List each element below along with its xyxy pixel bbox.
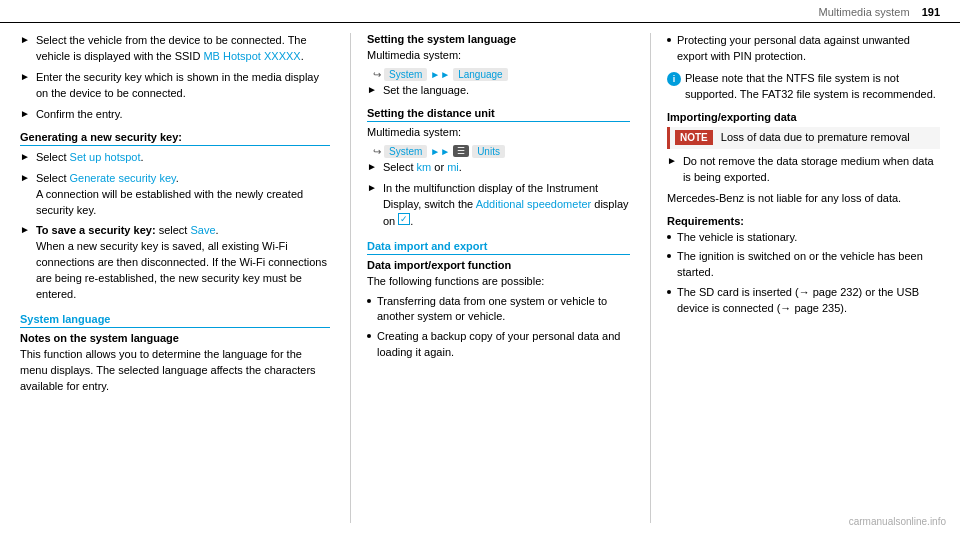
- arrow-icon-3: ►: [20, 108, 30, 119]
- data-import-intro: The following functions are possible:: [367, 274, 630, 290]
- watermark: carmanualsonline.info: [849, 516, 946, 527]
- units-menu-item: Units: [472, 145, 505, 158]
- bullet-text-1: Select the vehicle from the device to be…: [36, 33, 330, 65]
- language-menu-item: Language: [453, 68, 508, 81]
- dist-bullet-2: ► In the multifunction display of the In…: [367, 181, 630, 230]
- arrow-icon-2: ►: [20, 71, 30, 82]
- additional-speedometer-link: Additional speedometer: [476, 198, 592, 210]
- dot-icon-1: [367, 299, 371, 303]
- note-row: NOTE Loss of data due to premature remov…: [667, 127, 940, 149]
- note-label: NOTE: [675, 130, 713, 145]
- ssid-link: MB Hotspot XXXXX: [203, 50, 300, 62]
- mercedes-text: Mercedes-Benz is not liable for any loss…: [667, 191, 940, 207]
- setup-hotspot-link: Set up hotspot: [70, 151, 141, 163]
- setting-dist-heading: Setting the distance unit: [367, 107, 630, 122]
- set-lang-bullet: ► Set the language.: [367, 83, 630, 99]
- arrow-icon-5: ►: [20, 172, 30, 183]
- right-column: Protecting your personal data against un…: [650, 33, 940, 523]
- info-note-row: i Please note that the NTFS file system …: [667, 71, 940, 103]
- header-title: Multimedia system: [819, 6, 910, 18]
- path-arrow-1: ►►: [430, 69, 450, 80]
- gen-bullet-2: ► Select Generate security key. A connec…: [20, 171, 330, 219]
- data-dot-2: Creating a backup copy of your personal …: [367, 329, 630, 361]
- page-header: Multimedia system 191: [0, 0, 960, 23]
- units-icon: ☰: [453, 145, 469, 157]
- req-2: The ignition is switched on or the vehic…: [667, 249, 940, 281]
- path-start-icon-2: ↪: [373, 146, 381, 157]
- bullet-item-3: ► Confirm the entry.: [20, 107, 330, 123]
- system-dist-path: ↪ System ►► ☰ Units: [373, 145, 630, 158]
- system-menu-item: System: [384, 68, 427, 81]
- mid-column: Setting the system language Multimedia s…: [350, 33, 630, 523]
- arrow-icon-note: ►: [667, 155, 677, 166]
- req-1: The vehicle is stationary.: [667, 230, 940, 246]
- setting-lang-intro: Multimedia system:: [367, 48, 630, 64]
- dot-icon-2: [367, 334, 371, 338]
- bullet-item-2: ► Enter the security key which is shown …: [20, 70, 330, 102]
- info-circle-icon: i: [667, 72, 681, 86]
- arrow-icon-4: ►: [20, 151, 30, 162]
- content-area: ► Select the vehicle from the device to …: [0, 23, 960, 533]
- path-arrow-2: ►►: [430, 146, 450, 157]
- right-dot-1: Protecting your personal data against un…: [667, 33, 940, 65]
- arrow-icon-6: ►: [20, 224, 30, 235]
- system-lang-path: ↪ System ►► Language: [373, 68, 630, 81]
- setting-dist-intro: Multimedia system:: [367, 125, 630, 141]
- gen-bullet-1: ► Select Set up hotspot.: [20, 150, 330, 166]
- notes-on-system-lang-text: This function allows you to determine th…: [20, 347, 330, 395]
- arrow-icon-set-lang: ►: [367, 84, 377, 95]
- path-start-icon: ↪: [373, 69, 381, 80]
- dot-icon-3: [667, 38, 671, 42]
- dist-bullet-1: ► Select km or mi.: [367, 160, 630, 176]
- dot-icon-req-2: [667, 254, 671, 258]
- data-dot-1: Transferring data from one system or veh…: [367, 294, 630, 326]
- page: Multimedia system 191 ► Select the vehic…: [0, 0, 960, 533]
- setting-system-lang-heading: Setting the system language: [367, 33, 630, 45]
- generate-key-link: Generate security key: [70, 172, 176, 184]
- arrow-icon-1: ►: [20, 34, 30, 45]
- dot-icon-req-3: [667, 290, 671, 294]
- importing-exporting-heading: Importing/exporting data: [667, 111, 940, 123]
- checkbox-icon: [398, 213, 410, 225]
- bullet-item-1: ► Select the vehicle from the device to …: [20, 33, 330, 65]
- header-page-number: 191: [922, 6, 940, 18]
- data-import-sub: Data import/export function: [367, 259, 630, 271]
- dot-icon-req-1: [667, 235, 671, 239]
- notes-on-system-lang-heading: Notes on the system language: [20, 332, 330, 344]
- mi-link: mi: [447, 161, 459, 173]
- system-language-heading: System language: [20, 313, 330, 328]
- system-menu-item-2: System: [384, 145, 427, 158]
- arrow-icon-dist-1: ►: [367, 161, 377, 172]
- km-link: km: [417, 161, 432, 173]
- note-bullet: ► Do not remove the data storage medium …: [667, 154, 940, 186]
- req-3: The SD card is inserted (→ page 232) or …: [667, 285, 940, 317]
- arrow-icon-dist-2: ►: [367, 182, 377, 193]
- left-column: ► Select the vehicle from the device to …: [20, 33, 330, 523]
- generating-key-heading: Generating a new security key:: [20, 131, 330, 146]
- requirements-heading: Requirements:: [667, 215, 940, 227]
- save-link: Save: [190, 224, 215, 236]
- gen-bullet-3: ► To save a security key: select Save. W…: [20, 223, 330, 303]
- data-import-heading: Data import and export: [367, 240, 630, 255]
